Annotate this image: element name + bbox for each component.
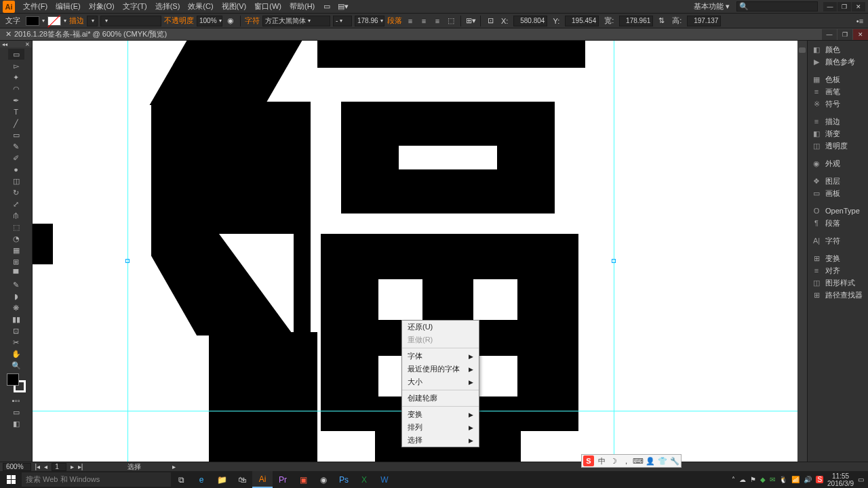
- panel-tab[interactable]: ⊞变换: [809, 252, 867, 264]
- align-center-icon[interactable]: ≡: [418, 16, 429, 26]
- menu-object[interactable]: 对象(O): [85, 1, 119, 12]
- nav-next-icon[interactable]: ▸: [71, 463, 74, 470]
- align-left-icon[interactable]: ≡: [405, 16, 416, 26]
- panel-tab[interactable]: ≡描边: [809, 115, 867, 127]
- tray-volume-icon[interactable]: 🔊: [804, 476, 812, 483]
- screen-mode-toggle[interactable]: ▭: [8, 407, 24, 418]
- tray-ime-icon[interactable]: S: [816, 476, 823, 483]
- vertical-scrollbar[interactable]: [797, 41, 807, 462]
- ime-lang[interactable]: 中: [597, 456, 606, 466]
- context-menu-item[interactable]: 还原(U): [402, 321, 479, 333]
- guide-vertical[interactable]: [614, 41, 614, 462]
- workspace-switcher[interactable]: 基本功能 ▾: [690, 1, 734, 12]
- menu-file[interactable]: 文件(F): [19, 1, 52, 12]
- ime-punct-icon[interactable]: ，: [621, 456, 631, 466]
- font-style-dropdown[interactable]: -: [333, 16, 352, 26]
- document-tab[interactable]: ✕ 2016.1.28签名条-福.ai* @ 600% (CMYK/预览) — …: [0, 28, 868, 41]
- context-menu-item[interactable]: 创建轮廓: [402, 392, 479, 405]
- menu-select[interactable]: 选择(S): [151, 1, 184, 12]
- tray-cloud-icon[interactable]: ☁: [739, 476, 746, 483]
- premiere-taskbar-icon[interactable]: Pr: [273, 471, 293, 488]
- scrollbar-thumb[interactable]: [799, 47, 806, 53]
- perspective-grid-tool[interactable]: ▦: [8, 245, 24, 256]
- control-overflow-icon[interactable]: •≡: [854, 16, 865, 26]
- panel-tab[interactable]: ◧渐变: [809, 127, 867, 140]
- envelope-icon[interactable]: ⬚: [446, 16, 456, 26]
- status-menu-icon[interactable]: ▸: [172, 463, 176, 470]
- gradient-tool[interactable]: ▀: [8, 268, 24, 279]
- doc-restore-button[interactable]: ❐: [837, 29, 852, 40]
- ime-skin-icon[interactable]: 👕: [658, 456, 667, 466]
- paragraph-link[interactable]: 段落: [387, 16, 402, 26]
- free-transform-tool[interactable]: ⬚: [8, 222, 24, 232]
- shape-builder-tool[interactable]: ◔: [8, 233, 24, 244]
- type-tool[interactable]: T: [8, 106, 24, 117]
- lasso-tool[interactable]: ◠: [8, 83, 24, 94]
- app-taskbar-icon[interactable]: ▣: [293, 471, 313, 488]
- stroke-weight[interactable]: [87, 16, 98, 26]
- start-button[interactable]: [0, 471, 22, 488]
- column-graph-tool[interactable]: ▮▮: [8, 314, 24, 325]
- magic-wand-tool[interactable]: ✦: [8, 72, 24, 83]
- ime-logo[interactable]: S: [583, 455, 594, 466]
- selection-handle[interactable]: [612, 259, 616, 263]
- direct-selection-tool[interactable]: ▻: [8, 60, 24, 71]
- fill-swatch-box[interactable]: [7, 373, 19, 386]
- stroke-swatch[interactable]: [47, 16, 61, 26]
- doc-minimize-button[interactable]: —: [822, 29, 837, 40]
- mesh-tool[interactable]: ⊞: [8, 256, 24, 267]
- context-menu-item[interactable]: 选择▶: [402, 434, 479, 447]
- y-value-input[interactable]: 195.454: [565, 16, 599, 26]
- panel-tab[interactable]: OOpenType: [809, 205, 867, 217]
- context-menu-item[interactable]: 大小▶: [402, 375, 479, 388]
- eyedropper-tool[interactable]: ✎: [8, 279, 24, 290]
- symbol-sprayer-tool[interactable]: ❋: [8, 302, 24, 313]
- chrome-taskbar-icon[interactable]: ◉: [313, 471, 334, 488]
- link-wh-icon[interactable]: ⇅: [656, 16, 667, 26]
- arrange-icon[interactable]: ▤▾: [336, 1, 350, 12]
- tray-wechat-icon[interactable]: ✉: [770, 476, 775, 483]
- font-family-dropdown[interactable]: 方正大黑简体: [262, 16, 330, 26]
- tray-shield-icon[interactable]: ◆: [760, 476, 766, 483]
- nav-last-icon[interactable]: ▸|: [78, 463, 83, 470]
- tray-clock[interactable]: 11:55 2016/3/9: [827, 472, 854, 487]
- transform-anchor-icon[interactable]: ⊡: [485, 16, 496, 26]
- align-panel-icon[interactable]: ⊞▾: [465, 16, 476, 26]
- close-button[interactable]: ✕: [852, 2, 865, 12]
- opacity-value[interactable]: 100%: [197, 16, 222, 26]
- excel-taskbar-icon[interactable]: X: [354, 471, 374, 488]
- bridge-icon[interactable]: ▭: [320, 1, 334, 12]
- color-mode-toggle[interactable]: ▪▫▫: [8, 395, 24, 406]
- zoom-tool[interactable]: 🔍: [8, 360, 24, 371]
- fill-stroke-swatches[interactable]: [7, 373, 26, 392]
- panel-tab[interactable]: ≡对齐: [809, 264, 867, 277]
- x-value-input[interactable]: 580.804: [513, 16, 547, 26]
- h-value-input[interactable]: 197.137: [687, 16, 721, 26]
- ime-user-icon[interactable]: 👤: [646, 456, 655, 466]
- word-taskbar-icon[interactable]: W: [374, 471, 395, 488]
- panel-tab[interactable]: ¶段落: [809, 217, 867, 229]
- draw-mode-toggle[interactable]: ◧: [8, 418, 24, 429]
- context-menu-item[interactable]: 变换▶: [402, 408, 479, 421]
- menu-window[interactable]: 窗口(W): [250, 1, 285, 12]
- fill-swatch[interactable]: [26, 16, 39, 26]
- tray-qq-icon[interactable]: 🐧: [779, 476, 787, 483]
- hand-tool[interactable]: ✋: [8, 348, 24, 359]
- panel-tab[interactable]: ◫图形样式: [809, 277, 867, 289]
- pencil-tool[interactable]: ✐: [8, 152, 24, 163]
- blend-tool[interactable]: ◗: [8, 291, 24, 302]
- nav-prev-icon[interactable]: ◂: [44, 463, 47, 470]
- align-right-icon[interactable]: ≡: [432, 16, 443, 26]
- photoshop-taskbar-icon[interactable]: Ps: [334, 471, 354, 488]
- pen-tool[interactable]: ✒: [8, 95, 24, 106]
- edge-icon[interactable]: e: [191, 471, 212, 488]
- context-menu-item[interactable]: 字体▶: [402, 350, 479, 363]
- guide-vertical[interactable]: [127, 41, 128, 462]
- illustrator-taskbar-icon[interactable]: Ai: [252, 471, 273, 488]
- opacity-link[interactable]: 不透明度: [164, 16, 194, 26]
- width-tool[interactable]: ⫛: [8, 210, 24, 221]
- selection-tool[interactable]: ▭: [8, 49, 24, 60]
- store-icon[interactable]: 🛍: [232, 471, 252, 488]
- tray-flag-icon[interactable]: ⚑: [750, 476, 756, 483]
- tray-up-icon[interactable]: ˄: [732, 476, 735, 483]
